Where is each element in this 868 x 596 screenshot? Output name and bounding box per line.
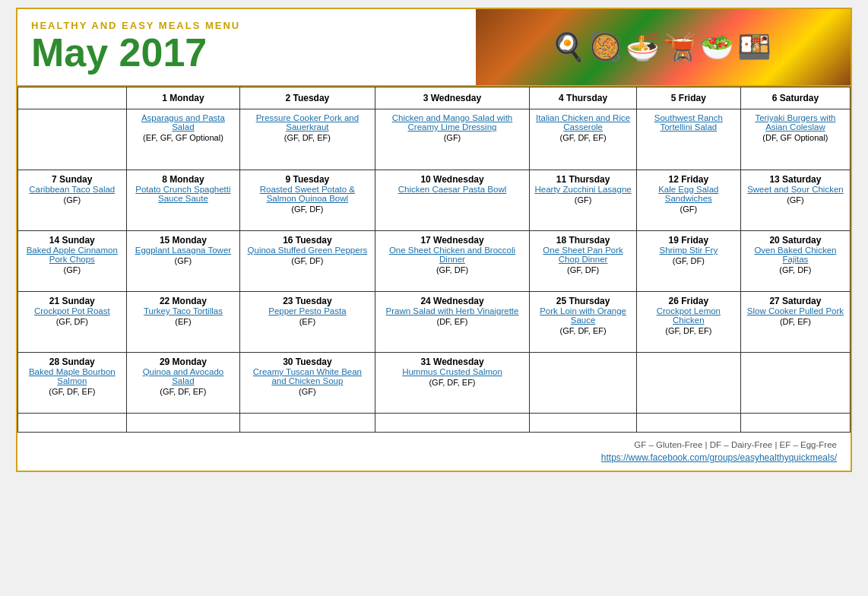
meal-link-w2-d1[interactable]: Eggplant Lasagna Tower xyxy=(131,246,236,255)
cell-w4-d5 xyxy=(636,353,740,414)
day-label-w4-d2: 30 Tuesday xyxy=(245,357,369,367)
day-label-w3-d4: 25 Thursday xyxy=(534,296,631,306)
meal-tags-w3-d1: (EF) xyxy=(131,317,236,326)
day-label-w2-d6: 20 Saturday xyxy=(746,235,845,246)
meal-link-w2-d4[interactable]: One Sheet Pan Pork Chop Dinner xyxy=(534,246,631,264)
cell-w2-d1: 15 MondayEggplant Lasagna Tower(GF) xyxy=(126,231,240,292)
meal-link-w2-d0[interactable]: Baked Apple Cinnamon Pork Chops xyxy=(23,246,122,264)
meal-link-w1-d5[interactable]: Kale Egg Salad Sandwiches xyxy=(641,185,736,203)
cell-w1-d5: 12 FridayKale Egg Salad Sandwiches(GF) xyxy=(636,170,740,231)
meal-tags-w4-d0: (GF, DF, EF) xyxy=(23,387,122,396)
meal-tags-w2-d6: (GF, DF) xyxy=(746,265,845,274)
header-section: Healthy and Easy Meals Menu May 2017 🍳🥘🍜… xyxy=(17,9,851,87)
meal-link-w2-d5[interactable]: Shrimp Stir Fry xyxy=(641,246,736,255)
header-col-2: 2 Tuesday xyxy=(240,87,375,109)
meal-tags-w0-d2: (GF, DF, EF) xyxy=(245,133,369,142)
day-label-w3-d2: 23 Tuesday xyxy=(245,296,369,306)
day-label-w1-d2: 9 Tuesday xyxy=(245,174,369,185)
header-col-4: 4 Thursday xyxy=(530,87,636,109)
meal-link-w1-d4[interactable]: Hearty Zucchini Lasagne xyxy=(534,185,631,194)
header-text: Healthy and Easy Meals Menu May 2017 xyxy=(17,9,476,85)
meal-link-w4-d2[interactable]: Creamy Tuscan White Bean and Chicken Sou… xyxy=(245,367,369,385)
cell-w4-d4 xyxy=(530,353,636,414)
meal-link-w4-d0[interactable]: Baked Maple Bourbon Salmon xyxy=(23,367,122,385)
meal-tags-w3-d4: (GF, DF, EF) xyxy=(534,326,631,335)
meal-link-w0-d1[interactable]: Asparagus and Pasta Salad xyxy=(131,113,236,132)
empty-cell-1-3 xyxy=(375,414,530,433)
meal-link-w0-d5[interactable]: Southwest Ranch Tortellini Salad xyxy=(641,113,736,132)
day-label-w2-d3: 17 Wednesday xyxy=(380,235,525,246)
meal-link-w1-d3[interactable]: Chicken Caesar Pasta Bowl xyxy=(380,185,525,194)
cell-w0-d6: Teriyaki Burgers with Asian Coleslaw(DF,… xyxy=(740,109,850,170)
meal-link-w1-d0[interactable]: Caribbean Taco Salad xyxy=(23,185,122,194)
day-label-w2-d4: 18 Thursday xyxy=(534,235,631,246)
cell-w2-d0: 14 SundayBaked Apple Cinnamon Pork Chops… xyxy=(18,231,127,292)
meal-link-w3-d6[interactable]: Slow Cooker Pulled Pork xyxy=(746,306,845,315)
meal-link-w0-d2[interactable]: Pressure Cooker Pork and Sauerkraut xyxy=(245,113,369,132)
cell-w3-d0: 21 SundayCrockpot Pot Roast(GF, DF) xyxy=(18,292,127,353)
meal-link-w4-d1[interactable]: Quinoa and Avocado Salad xyxy=(131,367,236,385)
header-col-1: 1 Monday xyxy=(126,87,240,109)
cell-w1-d1: 8 MondayPotato Crunch Spaghetti Sauce Sa… xyxy=(126,170,240,231)
cell-w3-d6: 27 SaturdaySlow Cooker Pulled Pork(DF, E… xyxy=(740,292,850,353)
footer-link[interactable]: https://www.facebook.com/groups/easyheal… xyxy=(31,452,837,463)
cell-w2-d4: 18 ThursdayOne Sheet Pan Pork Chop Dinne… xyxy=(530,231,636,292)
meal-link-w0-d4[interactable]: Italian Chicken and Rice Casserole xyxy=(534,113,631,132)
meal-link-w3-d3[interactable]: Prawn Salad with Herb Vinaigrette xyxy=(380,306,525,315)
page-container: Healthy and Easy Meals Menu May 2017 🍳🥘🍜… xyxy=(16,8,852,472)
meal-tags-w1-d0: (GF) xyxy=(23,195,122,204)
meal-link-w4-d3[interactable]: Hummus Crusted Salmon xyxy=(380,367,525,376)
day-label-w4-d3: 31 Wednesday xyxy=(380,357,525,367)
meal-tags-w2-d5: (GF, DF) xyxy=(641,256,736,265)
day-label-w3-d5: 26 Friday xyxy=(641,296,736,306)
empty-cell-1-6 xyxy=(740,414,850,433)
day-label-w2-d1: 15 Monday xyxy=(131,235,236,246)
meal-link-w3-d4[interactable]: Pork Loin with Orange Sauce xyxy=(534,306,631,325)
day-label-w2-d0: 14 Sunday xyxy=(23,235,122,246)
food-decoration-icon: 🍳🥘🍜🫕🥗🍱 xyxy=(551,31,775,63)
cell-w4-d0: 28 SundayBaked Maple Bourbon Salmon(GF, … xyxy=(18,353,127,414)
week-row-4: 28 SundayBaked Maple Bourbon Salmon(GF, … xyxy=(18,353,851,414)
meal-link-w2-d6[interactable]: Oven Baked Chicken Fajitas xyxy=(746,246,845,264)
meal-link-w3-d0[interactable]: Crockpot Pot Roast xyxy=(23,306,122,315)
header-subtitle: Healthy and Easy Meals Menu xyxy=(31,20,462,31)
cell-w4-d3: 31 WednesdayHummus Crusted Salmon(GF, DF… xyxy=(375,353,530,414)
meal-link-w3-d1[interactable]: Turkey Taco Tortillas xyxy=(131,306,236,315)
cell-w3-d5: 26 FridayCrockpot Lemon Chicken(GF, DF, … xyxy=(636,292,740,353)
day-label-w1-d3: 10 Wednesday xyxy=(380,174,525,185)
cell-w3-d2: 23 TuesdayPepper Pesto Pasta(EF) xyxy=(240,292,375,353)
header-col-5: 5 Friday xyxy=(636,87,740,109)
day-label-w4-d1: 29 Monday xyxy=(131,357,236,367)
meal-link-w2-d2[interactable]: Quinoa Stuffed Green Peppers xyxy=(245,246,369,255)
meal-tags-w1-d6: (GF) xyxy=(746,195,845,204)
meal-link-w1-d1[interactable]: Potato Crunch Spaghetti Sauce Saute xyxy=(131,185,236,203)
meal-tags-w0-d3: (GF) xyxy=(380,133,525,142)
header-col-3: 3 Wednesday xyxy=(375,87,530,109)
meal-tags-w4-d1: (GF, DF, EF) xyxy=(131,387,236,396)
meal-tags-w3-d6: (DF, EF) xyxy=(746,317,845,326)
day-label-w3-d6: 27 Saturday xyxy=(746,296,845,306)
cell-w2-d2: 16 TuesdayQuinoa Stuffed Green Peppers(G… xyxy=(240,231,375,292)
meal-link-w1-d6[interactable]: Sweet and Sour Chicken xyxy=(746,185,845,194)
cell-w2-d3: 17 WednesdayOne Sheet Chicken and Brocco… xyxy=(375,231,530,292)
empty-cell-1-1 xyxy=(126,414,240,433)
header-row: 1 Monday 2 Tuesday 3 Wednesday 4 Thursda… xyxy=(18,87,851,109)
empty-cell-1-2 xyxy=(240,414,375,433)
meal-link-w3-d5[interactable]: Crockpot Lemon Chicken xyxy=(641,306,736,325)
cell-w0-d4: Italian Chicken and Rice Casserole(GF, D… xyxy=(530,109,636,170)
meal-link-w1-d2[interactable]: Roasted Sweet Potato & Salmon Quinoa Bow… xyxy=(245,185,369,203)
day-label-w2-d5: 19 Friday xyxy=(641,235,736,246)
cell-w0-d3: Chicken and Mango Salad with Creamy Lime… xyxy=(375,109,530,170)
meal-tags-w2-d0: (GF) xyxy=(23,265,122,274)
day-label-w1-d0: 7 Sunday xyxy=(23,174,122,185)
empty-cell-1-4 xyxy=(530,414,636,433)
footer-section: GF – Gluten-Free | DF – Dairy-Free | EF … xyxy=(17,433,851,471)
meal-link-w0-d3[interactable]: Chicken and Mango Salad with Creamy Lime… xyxy=(380,113,525,132)
meal-link-w3-d2[interactable]: Pepper Pesto Pasta xyxy=(245,306,369,315)
header-image: 🍳🥘🍜🫕🥗🍱 xyxy=(476,9,851,85)
meal-link-w2-d3[interactable]: One Sheet Chicken and Broccoli Dinner xyxy=(380,246,525,264)
meal-tags-w2-d1: (GF) xyxy=(131,256,236,265)
header-empty xyxy=(18,87,127,109)
meal-tags-w0-d4: (GF, DF, EF) xyxy=(534,133,631,142)
meal-link-w0-d6[interactable]: Teriyaki Burgers with Asian Coleslaw xyxy=(746,113,845,132)
